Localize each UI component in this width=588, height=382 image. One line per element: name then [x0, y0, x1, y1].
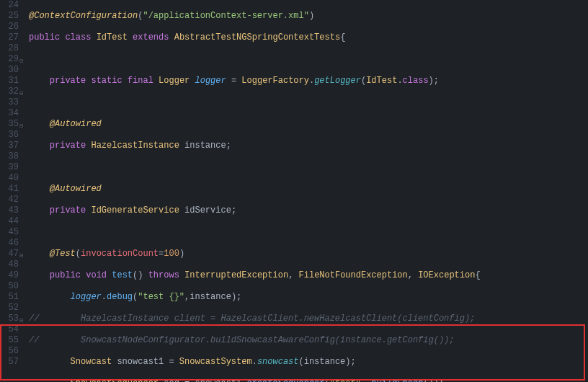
line-number: 30 — [0, 65, 19, 76]
keyword: public — [29, 32, 60, 43]
identifier: snowcast1 — [117, 357, 164, 367]
class-ref: SnowcastSystem — [179, 357, 252, 367]
line-number: 35⊟ — [0, 119, 19, 130]
attr-name: invocationCount — [81, 249, 159, 259]
class-ref: IdTest — [366, 76, 397, 86]
code-line[interactable]: private HazelcastInstance instance; — [29, 141, 588, 151]
code-line[interactable]: private static final Logger logger = Log… — [29, 76, 588, 86]
line-number: 43 — [0, 205, 19, 216]
keyword: private — [50, 76, 86, 86]
keyword: final — [128, 76, 153, 86]
fold-icon[interactable]: ⊟ — [17, 250, 23, 256]
annotation: @Autowired — [50, 119, 102, 129]
code-line[interactable]: Snowcast snowcast1 = SnowcastSystem.snow… — [29, 357, 588, 368]
method-name: test — [112, 270, 133, 280]
line-number: 29⊟ — [0, 54, 19, 65]
code-line[interactable]: SnowcastSequencer seq = snowcast1.create… — [29, 378, 588, 382]
annotation: @ContextConfiguration — [29, 11, 138, 21]
type: IOException — [418, 270, 475, 280]
comment: // HazelcastInstance client = HazelcastC… — [29, 314, 475, 324]
identifier: snowcast1 — [195, 378, 241, 382]
line-number: 53⊟ — [0, 314, 19, 324]
fold-icon[interactable]: ⊟ — [17, 315, 23, 321]
identifier: seq — [164, 378, 179, 382]
line-number: 57 — [0, 357, 19, 368]
method-call: getLogger — [314, 76, 361, 86]
class-ref: LoggerFactory — [241, 76, 309, 86]
code-area[interactable]: @ContextConfiguration("/applicationConte… — [23, 0, 588, 382]
comment: // SnowcastNodeConfigurator.buildSnowcas… — [29, 335, 455, 345]
keyword: public — [50, 270, 81, 280]
code-line[interactable]: private IdGenerateService idService; — [29, 205, 588, 216]
code-line[interactable] — [29, 97, 588, 108]
class-name: AbstractTestNGSpringContextTests — [174, 32, 340, 43]
highlight-box — [0, 324, 585, 381]
keyword: throws — [148, 270, 179, 280]
keyword: void — [86, 270, 107, 280]
code-line[interactable]: logger.debug("test {}",instance); — [29, 292, 588, 303]
line-number: 52 — [0, 303, 19, 314]
type: Snowcast — [71, 357, 112, 367]
line-number: 27 — [0, 32, 19, 43]
line-number: 24 — [0, 0, 19, 11]
keyword: class — [65, 32, 91, 43]
line-number: 50 — [0, 281, 19, 292]
line-number: 34 — [0, 108, 19, 119]
type: InterruptedException — [184, 270, 288, 280]
fold-icon[interactable]: ⊟ — [17, 120, 23, 126]
type: Logger — [159, 76, 190, 86]
line-number: 31 — [0, 76, 19, 86]
line-number: 40 — [0, 173, 19, 184]
number: 100 — [164, 249, 179, 259]
keyword: private — [50, 141, 86, 151]
fold-icon[interactable]: ⊟ — [17, 88, 23, 94]
method-call: debug — [107, 292, 133, 302]
keyword: private — [50, 205, 86, 216]
line-number: 38 — [0, 151, 19, 162]
identifier: instance — [190, 292, 231, 302]
code-line[interactable]: // HazelcastInstance client = HazelcastC… — [29, 314, 588, 324]
code-line[interactable]: @Autowired — [29, 119, 588, 130]
code-line[interactable]: public class IdTest extends AbstractTest… — [29, 32, 588, 43]
line-number: 45 — [0, 227, 19, 238]
code-line[interactable]: public void test() throws InterruptedExc… — [29, 270, 588, 281]
fold-icon[interactable]: ⊟ — [17, 55, 23, 61]
type: IdGenerateService — [91, 205, 179, 216]
field: idService — [184, 205, 231, 216]
code-line[interactable] — [29, 54, 588, 65]
code-line[interactable]: // SnowcastNodeConfigurator.buildSnowcas… — [29, 335, 588, 346]
line-number: 25 — [0, 11, 19, 22]
code-line[interactable] — [29, 227, 588, 238]
line-number: 42 — [0, 195, 19, 205]
method-call: buildEpoch — [371, 378, 423, 382]
code-editor[interactable]: 24 25 26 27 28 29⊟ 30 31 32⊟ 33 34 35⊟ 3… — [0, 0, 588, 382]
code-line[interactable]: @ContextConfiguration("/applicationConte… — [29, 11, 588, 22]
method-call: snowcast — [257, 357, 299, 367]
line-number: 41 — [0, 184, 19, 195]
string-literal: "test" — [330, 378, 361, 382]
code-line[interactable] — [29, 162, 588, 173]
line-number: 39 — [0, 162, 19, 173]
line-number: 32⊟ — [0, 86, 19, 97]
class-name: IdTest — [97, 32, 128, 43]
line-number: 47⊟ — [0, 249, 19, 259]
string-literal: "test {}" — [138, 292, 184, 302]
type: HazelcastInstance — [91, 141, 179, 151]
type: FileNotFoundException — [299, 270, 408, 280]
code-line[interactable]: @Test(invocationCount=100) — [29, 249, 588, 259]
line-number: 36 — [0, 130, 19, 141]
field: logger — [195, 76, 226, 86]
line-number: 49 — [0, 270, 19, 281]
type: SnowcastSequencer — [71, 378, 159, 382]
line-number: 56 — [0, 346, 19, 357]
line-number: 26 — [0, 22, 19, 32]
line-number-gutter: 24 25 26 27 28 29⊟ 30 31 32⊟ 33 34 35⊟ 3… — [0, 0, 23, 382]
annotation: @Autowired — [50, 184, 102, 194]
keyword: class — [403, 76, 429, 86]
field-ref: logger — [71, 292, 102, 302]
code-line[interactable]: @Autowired — [29, 184, 588, 195]
identifier: instance — [304, 357, 346, 367]
line-number: 37 — [0, 141, 19, 151]
line-number: 55 — [0, 335, 19, 346]
line-number: 44 — [0, 216, 19, 227]
